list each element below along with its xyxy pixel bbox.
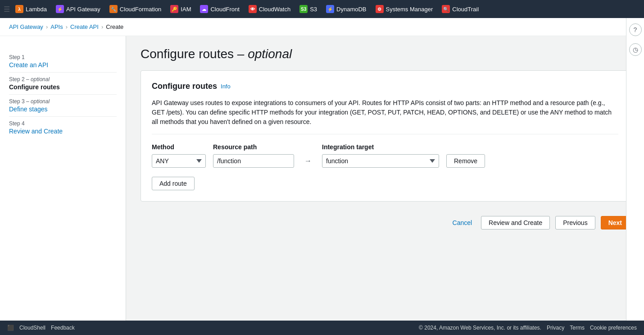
next-button[interactable]: Next [601, 216, 630, 229]
nav-icon-cloudtrail: 🔍 [442, 5, 450, 13]
nav-item-cloudfront[interactable]: ☁CloudFront [196, 3, 243, 15]
nav-icon-lambda: λ [15, 5, 23, 13]
hamburger-icon[interactable]: ☰ [4, 5, 10, 14]
page-title: Configure routes – optional [141, 47, 630, 61]
breadcrumb-link-apis[interactable]: APIs [50, 23, 63, 30]
cloudshell-link[interactable]: CloudShell [19, 325, 45, 331]
resource-path-input[interactable] [213, 154, 294, 168]
right-icons: ? ◷ [626, 18, 644, 321]
breadcrumb-link-api-gateway[interactable]: API Gateway [9, 23, 43, 30]
configure-routes-card: Configure routes Info API Gateway uses r… [141, 70, 630, 202]
top-nav: ☰ λLambda⚡API Gateway🔧CloudFormation🔑IAM… [0, 0, 644, 18]
nav-icon-s3: S3 [299, 5, 308, 13]
nav-icon-systems-manager: ⚙ [376, 5, 384, 13]
nav-item-cloudformation[interactable]: 🔧CloudFormation [106, 3, 165, 15]
nav-label-s3: S3 [310, 6, 317, 13]
nav-item-s3[interactable]: S3S3 [296, 3, 321, 15]
resource-path-col-label: Resource path [213, 143, 257, 151]
step-item-step4: Step 4Review and Create [9, 117, 117, 138]
nav-label-cloudfront: CloudFront [210, 6, 239, 13]
step-title-step2: Configure routes [9, 83, 60, 91]
nav-icon-cloudwatch: 👁 [249, 5, 257, 13]
route-row: ANYGETPOSTPUTDELETEPATCHHEADOPTIONS → fu… [152, 154, 618, 168]
feedback-link[interactable]: Feedback [51, 325, 75, 331]
breadcrumb-current: Create [106, 23, 123, 30]
footer-actions: Cancel Review and Create Previous Next [141, 211, 630, 235]
nav-label-cloudtrail: CloudTrail [452, 6, 479, 13]
copyright: © 2024, Amazon Web Services, Inc. or its… [419, 325, 541, 331]
method-select[interactable]: ANYGETPOSTPUTDELETEPATCHHEADOPTIONS [152, 154, 206, 168]
nav-label-iam: IAM [181, 6, 191, 13]
breadcrumb-sep: › [101, 23, 103, 30]
method-col-label: Method [152, 143, 174, 151]
cancel-button[interactable]: Cancel [449, 216, 476, 229]
nav-icon-cloudformation: 🔧 [109, 5, 118, 13]
step-label-step3: Step 3 – optional [9, 98, 117, 105]
breadcrumb-sep: › [46, 23, 48, 30]
add-route-button[interactable]: Add route [152, 177, 195, 190]
step-item-step3: Step 3 – optionalDefine stages [9, 95, 117, 117]
cloudshell-icon: ⬛ [7, 325, 14, 331]
step-label-step2: Step 2 – optional [9, 76, 117, 83]
bottom-link-privacy[interactable]: Privacy [547, 325, 564, 331]
nav-label-api-gateway: API Gateway [66, 6, 100, 13]
nav-icon-cloudfront: ☁ [200, 5, 208, 13]
integration-target-col-label: Integration target [322, 143, 374, 151]
nav-item-cloudtrail[interactable]: 🔍CloudTrail [438, 3, 482, 15]
nav-label-cloudformation: CloudFormation [120, 6, 162, 13]
step-link-step3[interactable]: Define stages [9, 106, 48, 113]
remove-button[interactable]: Remove [446, 154, 485, 168]
step-link-step1[interactable]: Create an API [9, 61, 48, 69]
breadcrumb-sep: › [66, 23, 68, 30]
breadcrumb: API Gateway›APIs›Create API›Create [0, 18, 644, 36]
nav-label-dynamodb: DynamoDB [336, 6, 366, 13]
review-create-button[interactable]: Review and Create [481, 216, 550, 229]
nav-item-systems-manager[interactable]: ⚙Systems Manager [372, 3, 437, 15]
history-icon[interactable]: ◷ [629, 43, 642, 56]
previous-button[interactable]: Previous [555, 216, 595, 229]
bottom-link-terms[interactable]: Terms [570, 325, 585, 331]
breadcrumb-link-create-api[interactable]: Create API [70, 23, 99, 30]
help-icon[interactable]: ? [629, 23, 642, 36]
nav-icon-dynamodb: ⚡ [326, 5, 334, 13]
step-label-step4: Step 4 [9, 120, 117, 127]
nav-label-cloudwatch: CloudWatch [259, 6, 290, 13]
nav-label-lambda: Lambda [26, 6, 47, 13]
main-content: Configure routes – optional Configure ro… [126, 36, 644, 321]
integration-target-select[interactable]: function [322, 154, 439, 168]
nav-icon-iam: 🔑 [170, 5, 178, 13]
step-label-step1: Step 1 [9, 54, 117, 60]
nav-item-dynamodb[interactable]: ⚡DynamoDB [322, 3, 370, 15]
nav-item-iam[interactable]: 🔑IAM [167, 3, 195, 15]
bottom-bar: ⬛ CloudShell Feedback © 2024, Amazon Web… [0, 321, 644, 335]
step-item-step1: Step 1Create an API [9, 50, 117, 73]
bottom-link-cookie-preferences[interactable]: Cookie preferences [590, 325, 637, 331]
nav-item-cloudwatch[interactable]: 👁CloudWatch [245, 3, 294, 15]
nav-label-systems-manager: Systems Manager [386, 6, 433, 13]
arrow-icon: → [301, 157, 315, 165]
nav-item-lambda[interactable]: λLambda [12, 3, 50, 15]
left-nav: Step 1Create an APIStep 2 – optionalConf… [0, 36, 126, 321]
nav-icon-api-gateway: ⚡ [56, 5, 64, 13]
route-headers: Method Resource path Integration target [152, 143, 618, 151]
info-link[interactable]: Info [221, 83, 231, 90]
step-item-step2: Step 2 – optionalConfigure routes [9, 73, 117, 95]
description-text: API Gateway uses routes to expose integr… [152, 98, 618, 134]
card-title: Configure routes [152, 82, 217, 91]
nav-item-api-gateway[interactable]: ⚡API Gateway [52, 3, 104, 15]
step-link-step4[interactable]: Review and Create [9, 128, 63, 135]
